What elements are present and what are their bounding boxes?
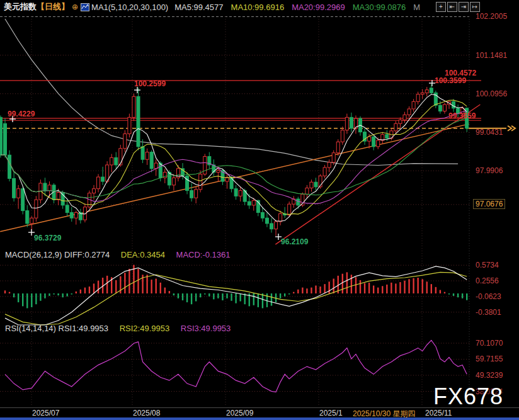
rsi-header: RSI(14,14,14) RSI1:49.9953 RSI2:49.9953 …	[5, 324, 231, 333]
watermark: FX678	[433, 383, 503, 410]
scroll-right-icon[interactable]: ⇥	[459, 2, 469, 12]
ma30-value: MA30:99.0876	[353, 3, 406, 12]
chart-canvas[interactable]	[0, 0, 519, 420]
macd-value: MACD:-0.1361	[176, 250, 231, 259]
x-axis-label: 2025/09	[226, 409, 253, 417]
ma10-value: MA10:99.6916	[231, 3, 285, 12]
add-indicator-icon[interactable]: ⊕	[72, 3, 78, 11]
chart-toolbar: + ⇤ ⇥ ↦	[436, 2, 480, 12]
macd-header: MACD(26,12,9) DIFF:0.2774 DEA:0.3454 MAC…	[5, 250, 231, 259]
go-latest-icon[interactable]: ↦	[470, 2, 480, 12]
y-axis-label: 100.0956	[476, 89, 507, 98]
ma5-value: MA5:99.4577	[174, 3, 223, 12]
swing-low-label: 96.3729	[34, 234, 61, 242]
x-axis-label: 2025/08	[133, 409, 160, 417]
chart-type-icon[interactable]	[81, 3, 89, 11]
x-axis-label: 2025/11	[425, 409, 452, 417]
x-axis-label: 2025/07	[32, 409, 59, 417]
rsi-axis-label: 59.7155	[476, 355, 503, 363]
mode-label: M	[413, 3, 420, 12]
rsi2-value: RSI2:49.9953	[120, 324, 170, 333]
scroll-left-icon[interactable]: ⇤	[447, 2, 457, 12]
chart-app: 美元指数 【日线】 ⊕ MA1(5,10,20,30,100) MA5:99.4…	[0, 0, 519, 420]
bottom-strip	[0, 417, 519, 420]
instrument-title: 美元指数	[4, 1, 37, 13]
macd-axis-label: -0.0623	[476, 292, 501, 301]
move-tool-icon[interactable]: +	[436, 2, 446, 12]
x-axis-label: 2025/1	[319, 409, 343, 417]
macd-axis-label: -0.3801	[476, 308, 501, 317]
rsi-axis-label: 49.3239	[476, 371, 503, 380]
y-axis-label: 101.1481	[476, 51, 507, 60]
macd-axis-label: 0.5734	[476, 261, 499, 270]
macd-axis-label: 0.2556	[476, 276, 499, 285]
hline-label-left: 99.4229	[8, 110, 35, 118]
y-axis-label: 97.9906	[476, 166, 503, 175]
swing-high-label: 100.2599	[134, 79, 166, 88]
swing-high-label: 100.3599	[435, 76, 466, 85]
y-axis-label-highlight: 97.0676	[473, 199, 505, 209]
rsi1-value: RSI(14,14,14) RSI1:49.9953	[5, 324, 108, 333]
rsi3-value: RSI3:49.9953	[181, 324, 231, 333]
rsi-axis-label: 70.1070	[476, 339, 503, 348]
y-axis-label: 99.0431	[476, 128, 503, 137]
ma20-value: MA20:99.2969	[292, 3, 345, 12]
period-label: 【日线】	[37, 1, 69, 13]
swing-low-label: 96.2109	[281, 237, 308, 246]
macd-dea-value: DEA:0.3454	[121, 250, 165, 259]
hline-label-right: 99.3659	[448, 111, 476, 120]
ma-group-label: MA1(5,10,20,30,100)	[91, 3, 168, 12]
macd-diff-value: MACD(26,12,9) DIFF:0.2774	[5, 250, 110, 259]
